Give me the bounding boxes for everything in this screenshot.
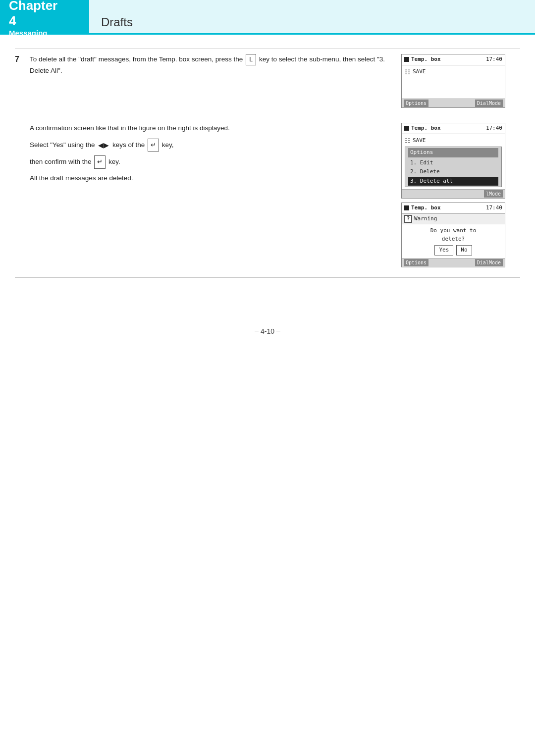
- screen2-title-left: Temp. box: [404, 124, 441, 133]
- warning-label: Warning: [414, 215, 437, 223]
- screen2-dialmode: lMode: [484, 190, 503, 198]
- screen1-save-label: SAVE: [413, 68, 426, 76]
- chapter-number: 4: [9, 13, 80, 29]
- instruction-2-text: A confirmation screen like that in the f…: [30, 123, 396, 134]
- instruction-3b-text: keys of the: [112, 141, 145, 149]
- screen3-footer: Options DialMode: [402, 258, 505, 267]
- warning-header: ? Warning: [402, 214, 505, 225]
- no-button: No: [456, 245, 472, 255]
- yes-button: Yes: [434, 245, 453, 255]
- arrow-keys-icon: ◀▶: [98, 141, 109, 149]
- step-middle-section: A confirmation screen like that in the f…: [30, 123, 510, 267]
- page-title: Drafts: [101, 15, 133, 29]
- screen1-footer: Options DialMode: [402, 99, 505, 107]
- step-top-section: To delete all the "draft" messages, from…: [30, 54, 510, 108]
- screen1-dialmode: DialMode: [475, 100, 503, 107]
- screen3-title-left: Temp. box: [404, 204, 441, 212]
- warning-body: Do you want to delete? Yes No: [402, 224, 505, 258]
- screen2-save-label: SAVE: [413, 137, 426, 145]
- key-L: L: [246, 54, 256, 65]
- screen3-dialmode: DialMode: [475, 259, 503, 266]
- instruction-2: A confirmation screen like that in the f…: [30, 123, 396, 134]
- page-header: Chapter 4 Messaging Drafts: [0, 0, 535, 35]
- chapter-subtitle: Messaging: [9, 29, 80, 37]
- page-number: – 4-10 –: [0, 327, 535, 335]
- screen1-save-icon: ☷: [405, 67, 411, 77]
- menu-item-2: 2. Delete: [408, 167, 498, 177]
- step-number: 7: [15, 54, 30, 267]
- instruction-3c-text: key,: [162, 141, 174, 149]
- instruction-5-text: All the draft messages are deleted.: [30, 173, 396, 184]
- yes-no-row: Yes No: [407, 245, 500, 255]
- screen1-save-row: ☷ SAVE: [405, 67, 502, 77]
- step-middle-inner: A confirmation screen like that in the f…: [30, 123, 510, 267]
- chapter-label: Chapter: [9, 0, 80, 13]
- menu-item-3: 3. Delete all: [408, 177, 498, 186]
- options-popup: Options 1. Edit 2. Delete 3. Delete all: [405, 147, 502, 187]
- key-enter-2: ↵: [94, 155, 106, 169]
- options-popup-title: Options: [408, 148, 498, 157]
- main-content: 7 To delete all the "draft" messages, fr…: [0, 35, 535, 298]
- screen2-title: Temp. box: [411, 124, 441, 133]
- instruction-5: All the draft messages are deleted.: [30, 173, 396, 184]
- screen-2: Temp. box 17:40 ☷ SAVE Options: [401, 123, 505, 199]
- step-7: 7 To delete all the "draft" messages, fr…: [15, 54, 520, 267]
- screen1-icon: [404, 57, 409, 62]
- warning-text-1: Do you want to: [407, 227, 500, 235]
- instruction-1: To delete all the "draft" messages, from…: [30, 54, 396, 76]
- instruction-3: Select "Yes" using the ◀▶ keys of the ↵ …: [30, 139, 396, 152]
- bottom-divider: [15, 277, 520, 278]
- chapter-banner: Chapter 4 Messaging: [0, 0, 89, 35]
- screen2-icon: [404, 126, 409, 131]
- warning-icon: ?: [404, 215, 412, 223]
- screen1-body: ☷ SAVE: [402, 65, 505, 99]
- menu-item-1: 1. Edit: [408, 158, 498, 168]
- screen1-title-left: Temp. box: [404, 55, 441, 64]
- instruction-4-text: then confirm with the: [30, 158, 92, 165]
- step-text-col: To delete all the "draft" messages, from…: [30, 54, 396, 108]
- screen3-titlebar: Temp. box 17:40: [402, 203, 505, 214]
- screen1-title: Temp. box: [411, 55, 441, 64]
- screen2-footer: lMode: [402, 189, 505, 198]
- step-body: To delete all the "draft" messages, from…: [30, 54, 520, 267]
- screen3-icon: [404, 205, 409, 210]
- instruction-1-text: To delete all the "draft" messages, from…: [30, 55, 243, 63]
- screen1-spacer: [405, 77, 502, 97]
- instruction-3a-text: Select "Yes" using the: [30, 141, 95, 149]
- screen1-time: 17:40: [486, 55, 502, 64]
- screen1-titlebar: Temp. box 17:40: [402, 54, 505, 65]
- screen-3: Temp. box 17:40 ? Warning Do you want to…: [401, 202, 505, 267]
- instruction-4: then confirm with the ↵ key.: [30, 155, 396, 169]
- screen2-body: ☷ SAVE Options 1. Edit 2. Delete 3. Dele…: [402, 134, 505, 190]
- screen2-save-icon: ☷: [405, 136, 411, 146]
- screen2-titlebar: Temp. box 17:40: [402, 123, 505, 134]
- screen2-save-row: ☷ SAVE: [405, 136, 502, 146]
- screen2-time: 17:40: [486, 124, 502, 133]
- instruction-4b-text: key.: [108, 158, 120, 165]
- screen3-time: 17:40: [486, 204, 502, 212]
- screen3-options: Options: [404, 259, 428, 266]
- page-number-text: – 4-10 –: [255, 327, 280, 335]
- screen3-title: Temp. box: [411, 204, 441, 212]
- divider: [15, 49, 520, 49]
- key-enter-1: ↵: [148, 139, 159, 152]
- step-middle-text: A confirmation screen like that in the f…: [30, 123, 396, 267]
- screen1-col: Temp. box 17:40 ☷ SAVE Optio: [401, 54, 510, 108]
- screen1-options: Options: [404, 100, 428, 107]
- page-title-banner: Drafts: [89, 0, 535, 35]
- screens-col-right: Temp. box 17:40 ☷ SAVE Options: [401, 123, 510, 267]
- warning-text-2: delete?: [407, 235, 500, 244]
- screen-1: Temp. box 17:40 ☷ SAVE Optio: [401, 54, 505, 108]
